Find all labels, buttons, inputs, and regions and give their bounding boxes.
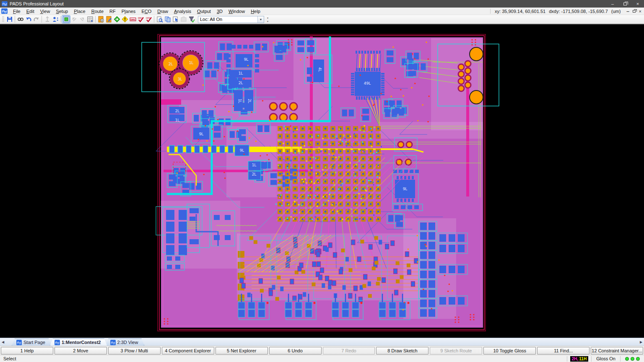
color-by-net-icon[interactable] xyxy=(51,16,59,23)
svg-text:DRC: DRC xyxy=(130,18,136,21)
dxdy-readout: dxdy: -171,509.08, -15,690.7 xyxy=(549,9,608,14)
mdi-minimize-button[interactable]: ‒ xyxy=(626,9,629,14)
copy-icon[interactable] xyxy=(164,16,171,23)
display-control-icon[interactable] xyxy=(62,16,70,23)
component-label-9l: 9L xyxy=(403,187,408,191)
preview-icon[interactable] xyxy=(156,16,164,23)
menu-analysis[interactable]: Analysis xyxy=(171,8,194,15)
component-label-9l: 9L xyxy=(240,148,244,153)
tab-1-mentorcontest2[interactable]: 1:MentorContest2 xyxy=(50,339,107,346)
next-view-icon xyxy=(78,16,86,23)
pads-logo-icon xyxy=(2,1,8,6)
menu-view[interactable]: View xyxy=(37,8,53,15)
component-label-3l: 3L xyxy=(178,77,182,81)
grid-settings-icon[interactable] xyxy=(86,16,94,23)
drc-window-icon[interactable]: DRC xyxy=(129,16,137,23)
status-bar: Select 2H, 11H Gloss On xyxy=(0,355,644,362)
menu-setup[interactable]: Setup xyxy=(53,8,71,15)
window-title: PADS Professional Layout xyxy=(10,1,64,6)
fkey-8-draw-sketch[interactable]: 8 Draw Sketch xyxy=(376,347,428,354)
window-restore-button[interactable] xyxy=(619,0,631,8)
menu-edit[interactable]: Edit xyxy=(23,8,37,15)
function-key-bar: 1 Help2 Move3 Plow / Multi4 Component Ex… xyxy=(0,346,644,355)
editor-options-icon[interactable] xyxy=(105,16,113,23)
toolbar-overflow-handle[interactable]: ▾▾ xyxy=(266,16,270,23)
component-label-1l: 1L xyxy=(189,61,194,65)
toolbar-icons: DRCDRCOFF xyxy=(5,16,195,23)
units-readout: (um) xyxy=(611,9,621,14)
title-bar: PADS Professional Layout – × xyxy=(0,0,644,8)
component-label-9l: 9L xyxy=(244,57,249,62)
mdi-close-button[interactable]: × xyxy=(639,9,641,14)
tab-scroll-right-icon[interactable]: ▶ xyxy=(638,339,644,346)
batch-drc-icon[interactable]: DRC xyxy=(137,16,145,23)
fkey-3-plow-multi[interactable]: 3 Plow / Multi xyxy=(108,347,161,354)
layer-badge-top: 2H, xyxy=(572,357,579,361)
filter-icon[interactable] xyxy=(187,16,195,23)
menu-file[interactable]: File xyxy=(10,8,23,15)
verify-icon[interactable]: OFF xyxy=(145,16,153,23)
fkey-1-help[interactable]: 1 Help xyxy=(1,347,53,354)
component-label-49l: 49L xyxy=(364,81,371,85)
fkey-10-toggle-gloss[interactable]: 10 Toggle Gloss xyxy=(483,347,536,354)
menu-place[interactable]: Place xyxy=(71,8,88,15)
move-mode-icon xyxy=(43,16,51,23)
undo-icon[interactable] xyxy=(24,16,32,23)
component-label-1l: 1L xyxy=(175,118,180,122)
loc-dropdown-value: Loc: All On xyxy=(198,17,257,22)
menu-rf[interactable]: RF xyxy=(106,8,119,15)
component-label-1l: 1L xyxy=(238,99,242,103)
paste-icon xyxy=(179,16,187,23)
fkey-6-undo[interactable]: 6 Undo xyxy=(269,347,322,354)
fkey-11-find-[interactable]: 11 Find... xyxy=(537,347,589,354)
status-led-indicators xyxy=(625,357,640,361)
pcb-layout-drawing[interactable]: 2L1L3L9L1L2L1L2L2L1L9L4L49L9L1L2L9L xyxy=(0,24,644,338)
tab-scroll-left-icon[interactable]: ◀ xyxy=(0,339,6,346)
find-icon[interactable] xyxy=(16,16,24,23)
menu-items: FileEditViewSetupPlaceRouteRFPlanesECODr… xyxy=(10,8,263,15)
tab-start-page[interactable]: Start Page xyxy=(12,339,52,346)
menu-window[interactable]: Window xyxy=(226,8,248,15)
select-pointer-icon[interactable] xyxy=(171,16,179,23)
menu-draw[interactable]: Draw xyxy=(154,8,171,15)
svg-text:OFF: OFF xyxy=(146,17,150,19)
window-minimize-button[interactable]: – xyxy=(606,0,619,8)
hazards-icon[interactable] xyxy=(121,16,129,23)
mdi-restore-button[interactable] xyxy=(633,10,636,13)
component-label-2l: 2L xyxy=(169,62,173,66)
menu-help[interactable]: Help xyxy=(248,8,263,15)
fkey-5-net-explorer[interactable]: 5 Net Explorer xyxy=(216,347,268,354)
fkey-2-move[interactable]: 2 Move xyxy=(55,347,107,354)
coordinate-readout: xy: 35,909.14, 60,601.51 dxdy: -171,509.… xyxy=(490,9,621,14)
window-close-button[interactable]: × xyxy=(631,0,644,8)
menu-route[interactable]: Route xyxy=(88,8,106,15)
toolbar-grip[interactable] xyxy=(2,16,4,23)
tab-2-3d-view[interactable]: 2:3D View xyxy=(106,339,145,346)
fkey-9-sketch-route: 9 Sketch Route xyxy=(430,347,482,354)
component-label-2l: 2L xyxy=(239,81,243,85)
component-label-9l: 9L xyxy=(199,132,204,136)
toolbar: DRCDRCOFF Loc: All On ▼ ▾▾ xyxy=(0,15,644,24)
menu-planes[interactable]: Planes xyxy=(119,8,139,15)
component-label-2l: 2L xyxy=(175,109,180,113)
chevron-down-icon[interactable]: ▼ xyxy=(257,16,264,23)
save-icon[interactable] xyxy=(5,16,13,23)
component-label-4l: 4L xyxy=(318,67,322,72)
eco-options-icon[interactable] xyxy=(97,16,105,23)
fkey-12-constraint-manager-[interactable]: 12 Constraint Manager... xyxy=(591,347,643,354)
loc-dropdown[interactable]: Loc: All On ▼ xyxy=(198,16,264,23)
fkey-7-redo: 7 Redo xyxy=(323,347,375,354)
component-label-2l: 2L xyxy=(247,99,252,103)
component-label-1l: 1L xyxy=(239,71,243,75)
document-icon xyxy=(1,8,8,14)
menu-output[interactable]: Output xyxy=(194,8,214,15)
pcb-canvas[interactable]: 2L1L3L9L1L2L1L2L2L1L9L4L49L9L1L2L9L xyxy=(0,24,644,338)
component-label-2l: 2L xyxy=(252,172,257,176)
layer-badge: 2H, 11H xyxy=(570,356,588,362)
fkey-4-component-explorer[interactable]: 4 Component Explorer xyxy=(162,347,214,354)
status-led-1 xyxy=(625,357,629,361)
online-drc-icon[interactable] xyxy=(113,16,121,23)
menu-3d[interactable]: 3D xyxy=(214,8,226,15)
status-mode-text: Select xyxy=(0,356,16,361)
menu-eco[interactable]: ECO xyxy=(138,8,154,15)
